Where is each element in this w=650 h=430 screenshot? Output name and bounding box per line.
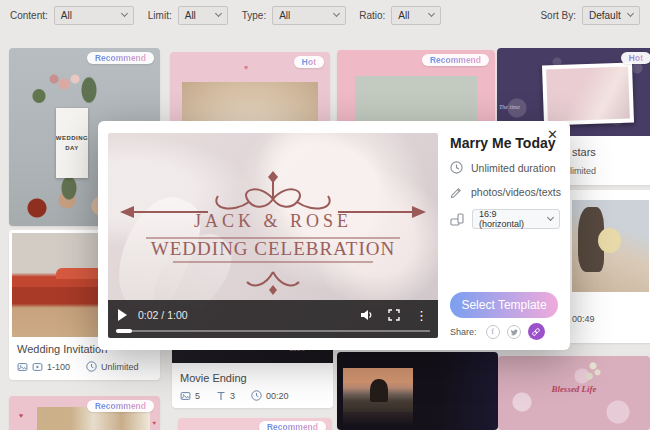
volume-icon[interactable]: [359, 308, 373, 322]
text-count: 3: [230, 391, 235, 401]
invitation-poster-line1: WEDDING: [56, 135, 88, 141]
heart-icon: ♥: [19, 412, 23, 419]
sort-by-value: Default: [589, 10, 621, 21]
hot-badge: Hot: [621, 52, 650, 64]
invitation-poster-text-box: WEDDING DAY: [56, 108, 88, 178]
limit-filter-dropdown[interactable]: All: [178, 6, 228, 25]
sort-by-label: Sort By:: [540, 10, 576, 21]
recommend-badge: Recommend: [422, 54, 489, 66]
ratio-filter-value: All: [398, 10, 409, 21]
elephant-thumbnail: [343, 368, 413, 412]
chevron-down-icon: [121, 10, 128, 17]
filter-bar: Content: All Limit: All Type: All Ratio:…: [0, 0, 650, 30]
media-types-text: photos/videos/texts: [471, 186, 561, 198]
stars-card-meta: limited: [570, 166, 596, 176]
elephant-reflection: [343, 412, 413, 426]
video-progress-played: [116, 329, 132, 333]
play-icon[interactable]: [118, 309, 127, 321]
share-twitter-icon[interactable]: [507, 325, 521, 339]
recommend-badge: Recommend: [87, 52, 154, 64]
ratio-select-value: 16:9 (horizontal): [479, 209, 542, 229]
duration-text: Unlimited duration: [471, 162, 556, 174]
template-card-pink-flowers[interactable]: ♥ ♥ Recommend: [9, 396, 160, 430]
share-label: Share:: [450, 327, 477, 337]
chevron-down-icon: [627, 10, 634, 17]
clock-icon: [86, 361, 97, 372]
video-time: 0:02 / 1:00: [138, 309, 188, 321]
wedding-invitation-meta: 1-100 Unlimited: [17, 361, 139, 372]
recommend-badge: Recommend: [259, 421, 326, 430]
image-icon: [17, 362, 28, 372]
template-card-elephant[interactable]: [337, 352, 498, 430]
heart-icon: ♥: [152, 420, 156, 426]
movie-ending-title: Movie Ending: [180, 372, 247, 384]
hot-badge: Hot: [294, 56, 324, 68]
clock-icon: [450, 161, 463, 174]
chevron-down-icon: [333, 10, 340, 17]
duration-row: Unlimited duration: [450, 161, 556, 174]
chevron-down-icon: [428, 10, 435, 17]
wedding-invitation-title: Wedding Invitation: [17, 343, 107, 355]
video-icon: [32, 362, 43, 372]
type-filter-dropdown[interactable]: All: [272, 6, 346, 25]
ratio-filter-dropdown[interactable]: All: [391, 6, 441, 25]
limit-filter-label: Limit:: [148, 10, 172, 21]
template-card-blessed-life[interactable]: Blessed Life: [498, 356, 650, 430]
type-filter-value: All: [279, 10, 290, 21]
ratio-filter-label: Ratio:: [359, 10, 385, 21]
share-row: Share: f: [450, 323, 545, 340]
ratio-select[interactable]: 16:9 (horizontal): [472, 209, 560, 229]
couple-thumbnail: [572, 200, 649, 292]
text-icon: [216, 391, 226, 401]
video-overlay-title-line2: WEDDING CELEBRATION: [108, 238, 438, 260]
ornamental-frame: [108, 169, 438, 299]
modal-title: Marry Me Today: [450, 135, 556, 151]
couple-meta: 00:49: [572, 314, 595, 324]
template-preview-modal: JACK & ROSE WEDDING CELEBRATION 0:02 / 1…: [98, 121, 570, 350]
media-types-row: photos/videos/texts: [450, 185, 561, 198]
stars-card-title: stars: [572, 146, 596, 158]
heart-icon: ♥: [244, 64, 248, 71]
template-card-pink[interactable]: Recommend: [178, 418, 332, 430]
image-icon: [180, 391, 191, 401]
template-gallery-screen: Content: All Limit: All Type: All Ratio:…: [0, 0, 650, 430]
select-template-button[interactable]: Select Template: [450, 292, 558, 318]
recommend-badge: Recommend: [87, 400, 154, 412]
chevron-down-icon: [215, 10, 222, 17]
type-filter-label: Type:: [242, 10, 266, 21]
stars-photo: [542, 62, 634, 125]
pencil-icon: [450, 185, 463, 198]
limit-filter-value: All: [185, 10, 196, 21]
blessed-life-text: Blessed Life: [498, 384, 650, 394]
video-overlay-title-line1: JACK & ROSE: [108, 211, 438, 232]
clock-icon: [251, 390, 262, 401]
duration-value: Unlimited: [101, 362, 139, 372]
video-progress-bar[interactable]: [116, 330, 430, 332]
share-link-icon[interactable]: [528, 323, 545, 340]
ratio-device-icon: [450, 212, 464, 226]
video-player[interactable]: JACK & ROSE WEDDING CELEBRATION 0:02 / 1…: [108, 133, 438, 338]
sort-by-dropdown[interactable]: Default: [582, 6, 640, 25]
media-count: 1-100: [47, 362, 70, 372]
ratio-row: 16:9 (horizontal): [450, 209, 560, 229]
content-filter-value: All: [61, 10, 72, 21]
fullscreen-icon[interactable]: [388, 309, 400, 321]
movie-ending-meta: 5 3 00:20: [180, 390, 289, 401]
invitation-poster-line2: DAY: [65, 145, 79, 151]
share-facebook-icon[interactable]: f: [486, 325, 500, 339]
chevron-down-icon: [547, 214, 554, 221]
kebab-menu-icon[interactable]: ⋮: [415, 309, 428, 322]
stars-script-text: The time: [499, 104, 520, 110]
content-filter-label: Content:: [10, 10, 48, 21]
content-filter-dropdown[interactable]: All: [54, 6, 134, 25]
video-controls-bar: 0:02 / 1:00 ⋮: [108, 300, 438, 338]
duration-value: 00:20: [266, 391, 289, 401]
image-count: 5: [195, 391, 200, 401]
